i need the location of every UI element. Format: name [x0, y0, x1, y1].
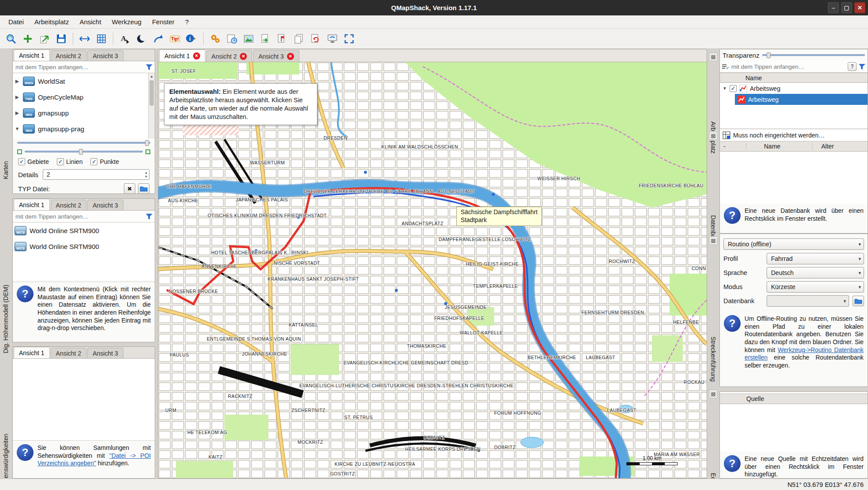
menu-ansicht[interactable]: Ansicht — [75, 16, 106, 27]
load-gis-data-icon[interactable] — [37, 31, 52, 46]
filter-funnel-icon[interactable] — [145, 64, 153, 71]
map-item-worldsat[interactable]: ▶ WMS WorldSat — [13, 73, 155, 89]
menu-fenster[interactable]: Fenster — [147, 16, 179, 27]
datenbank-select[interactable]: ▾ — [767, 295, 849, 307]
map-item-opencyclemap[interactable]: ▶ TMS OpenCycleMap — [13, 89, 155, 105]
menu-hilfe[interactable]: ? — [180, 16, 194, 27]
steer-route-icon[interactable] — [151, 31, 166, 46]
expander-icon[interactable]: ▶ — [15, 78, 20, 84]
dock-float-button[interactable]: ⊠ — [709, 52, 718, 61]
close-tab-icon[interactable]: ✕ — [287, 53, 294, 60]
dem-item[interactable]: WCS World Online SRTM900 — [13, 223, 155, 238]
poi-list[interactable] — [13, 359, 155, 440]
expander-icon[interactable]: ▶ — [15, 94, 20, 100]
flag-document-icon[interactable] — [275, 31, 290, 46]
details-spinbox[interactable]: 2 ▲▼ — [43, 169, 149, 180]
zoom-range-slider[interactable] — [25, 151, 143, 152]
help-button[interactable]: ? — [848, 62, 857, 71]
dock-label-karten[interactable]: Karten — [2, 161, 9, 179]
fullscreen-icon[interactable] — [342, 31, 357, 46]
scroll-thumb[interactable] — [149, 80, 154, 106]
clear-typ-button[interactable]: ✖ — [124, 183, 135, 194]
opacity-slider[interactable] — [17, 142, 150, 144]
dock-float-button[interactable]: ⊠ — [709, 236, 718, 245]
sprache-select[interactable]: Deutsch▾ — [767, 267, 864, 278]
checkbox-icon[interactable]: ✓ — [90, 158, 97, 165]
workspace-item-arbeitsweg-selected[interactable]: Arbeitsweg — [735, 94, 868, 105]
filter-funnel-icon[interactable] — [858, 63, 866, 70]
realtime-list[interactable] — [720, 404, 868, 452]
setup-map-background-icon[interactable] — [208, 31, 223, 46]
profil-select[interactable]: Fahrrad▾ — [767, 253, 864, 264]
geo-image-icon[interactable] — [241, 31, 256, 46]
scroll-up-icon[interactable]: ▲ — [149, 73, 155, 80]
maps-tab-3[interactable]: Ansicht 3 — [87, 50, 123, 61]
browse-database-button[interactable] — [853, 296, 864, 306]
maps-scrollbar[interactable]: ▲ — [148, 73, 155, 138]
map-item-gmapsupp-prag[interactable]: ▼ IMG gmapsupp-prag — [13, 121, 155, 137]
slider-handle[interactable] — [79, 149, 83, 155]
dock-label-dem[interactable]: Dig. Höhenmodell (DEM) — [2, 285, 9, 353]
map-tab-1[interactable]: Ansicht 1✕ — [159, 49, 205, 62]
filter-funnel-icon[interactable] — [145, 213, 153, 220]
dem-filter-input[interactable] — [15, 213, 144, 220]
dock-float-button[interactable]: ⊠ — [709, 390, 718, 398]
workspace-item-arbeitsweg[interactable]: ▼ ✓ Arbeitsweg — [720, 83, 868, 94]
expander-icon[interactable]: ▼ — [15, 126, 20, 131]
dock-float-button[interactable]: ⊠ — [709, 131, 718, 140]
night-mode-icon[interactable] — [134, 31, 149, 46]
reload-map-icon[interactable] — [308, 31, 323, 46]
dock-label-streckenfuehrung[interactable]: Streckenführung — [710, 337, 717, 382]
zoom-map-icon[interactable] — [4, 31, 19, 46]
dem-item[interactable]: WCS World Online SRTM900 — [13, 238, 155, 254]
menu-arbeitsplatz[interactable]: Arbeitsplatz — [30, 16, 74, 27]
screenshot-clock-icon[interactable] — [224, 31, 239, 46]
database-setup-row[interactable]: Muss noch eingerichtet werden… — [720, 129, 868, 141]
map-canvas[interactable]: ST. JOSEFDRESDENKLINIK AM WALDSCHLÖSSCHE… — [158, 62, 707, 478]
database-list[interactable] — [720, 152, 868, 204]
add-data-icon[interactable] — [20, 31, 35, 46]
distance-ruler-icon[interactable] — [77, 31, 92, 46]
close-button[interactable]: ✕ — [854, 2, 865, 13]
documents-icon[interactable] — [291, 31, 306, 46]
menu-werkzeug[interactable]: Werkzeug — [107, 16, 146, 27]
transparency-slider[interactable] — [762, 54, 865, 56]
poi-tab-1[interactable]: Ansicht 1 — [14, 347, 50, 358]
remote-control-icon[interactable] — [325, 31, 340, 46]
spin-down-icon[interactable]: ▼ — [145, 174, 148, 178]
tip-of-the-day-icon[interactable]: Tip! — [168, 31, 183, 46]
spin-up-icon[interactable]: ▲ — [145, 171, 148, 174]
map-item-gmapsupp[interactable]: ▶ IMG gmapsupp — [13, 105, 155, 121]
map-tab-3[interactable]: Ansicht 3✕ — [253, 50, 299, 62]
checkbox-icon[interactable]: ✓ — [18, 158, 25, 165]
slider-handle[interactable] — [145, 140, 149, 146]
browse-typ-button[interactable] — [138, 183, 149, 194]
routing-engine-select[interactable]: Routino (offline) ▾ — [723, 238, 864, 250]
info-mode-icon[interactable]: i — [184, 31, 199, 46]
map-tab-2[interactable]: Ansicht 2✕ — [206, 50, 253, 62]
menu-datei[interactable]: Datei — [4, 16, 29, 27]
export-document-icon[interactable] — [258, 31, 273, 46]
checkbox-gebiete[interactable]: ✓Gebiete — [18, 158, 49, 165]
checkbox-icon[interactable]: ✓ — [57, 158, 64, 165]
minimize-button[interactable]: – — [828, 2, 839, 13]
slider-handle[interactable] — [767, 52, 771, 58]
save-gis-data-icon[interactable] — [54, 31, 69, 46]
poi-tab-2[interactable]: Ansicht 2 — [51, 348, 87, 358]
range-start-marker[interactable] — [17, 149, 22, 154]
expander-icon[interactable]: ▼ — [723, 86, 727, 91]
expander-icon[interactable]: ▶ — [15, 110, 20, 116]
checkbox-punkte[interactable]: ✓Punkte — [90, 158, 119, 165]
checkbox-linien[interactable]: ✓Linien — [57, 158, 82, 165]
modus-select[interactable]: Kürzeste▾ — [767, 281, 864, 293]
select-area-icon[interactable]: A — [117, 31, 132, 46]
maps-filter-input[interactable] — [15, 63, 144, 71]
dem-tab-3[interactable]: Ansicht 3 — [87, 200, 123, 210]
workspace-filter-input[interactable] — [730, 63, 846, 71]
dem-tab-1[interactable]: Ansicht 1 — [14, 199, 50, 210]
maps-tab-2[interactable]: Ansicht 2 — [51, 50, 87, 61]
close-tab-icon[interactable]: ✕ — [193, 52, 200, 59]
poi-tab-3[interactable]: Ansicht 3 — [87, 348, 123, 358]
maximize-button[interactable]: ▢ — [841, 2, 852, 13]
maps-tab-1[interactable]: Ansicht 1 — [14, 49, 50, 61]
